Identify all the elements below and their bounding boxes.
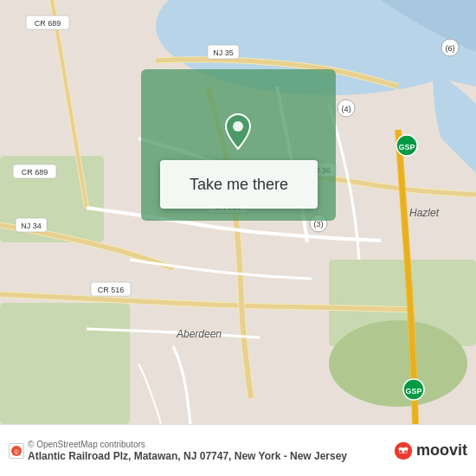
osm-logo: © <box>9 443 24 459</box>
svg-text:Hazlet: Hazlet <box>409 207 440 219</box>
svg-point-37 <box>404 450 407 453</box>
footer-text: © OpenStreetMap contributors Atlantic Ra… <box>28 438 389 464</box>
svg-point-32 <box>233 121 243 132</box>
svg-text:CR 689: CR 689 <box>35 19 61 28</box>
svg-text:(3): (3) <box>314 220 324 228</box>
footer: © © OpenStreetMap contributors Atlantic … <box>0 424 476 476</box>
svg-text:CR 516: CR 516 <box>98 286 125 294</box>
svg-text:NJ 34: NJ 34 <box>21 222 42 230</box>
moovit-brand-text: moovit <box>416 441 467 460</box>
take-me-there-button[interactable]: Take me there <box>160 160 318 209</box>
svg-text:NJ 35: NJ 35 <box>213 48 234 57</box>
svg-text:Aberdeen: Aberdeen <box>176 328 222 340</box>
svg-point-5 <box>329 320 467 407</box>
attribution-text: © OpenStreetMap contributors <box>28 440 145 449</box>
svg-rect-3 <box>0 303 130 424</box>
svg-point-36 <box>400 450 402 453</box>
svg-text:(6): (6) <box>446 44 455 53</box>
map-pin <box>222 113 254 154</box>
moovit-logo: moovit <box>394 441 467 460</box>
svg-text:GSP: GSP <box>405 387 421 396</box>
svg-text:(4): (4) <box>342 105 351 113</box>
address-text: Atlantic Railroad Plz, Matawan, NJ 07747… <box>28 450 347 462</box>
svg-text:CR 689: CR 689 <box>22 168 48 177</box>
svg-text:©: © <box>14 448 19 454</box>
map-container: CR 689 CR 689 NJ 35 NJ 34 NJ 36 (3) (4) … <box>0 0 476 424</box>
svg-text:GSP: GSP <box>398 143 415 151</box>
